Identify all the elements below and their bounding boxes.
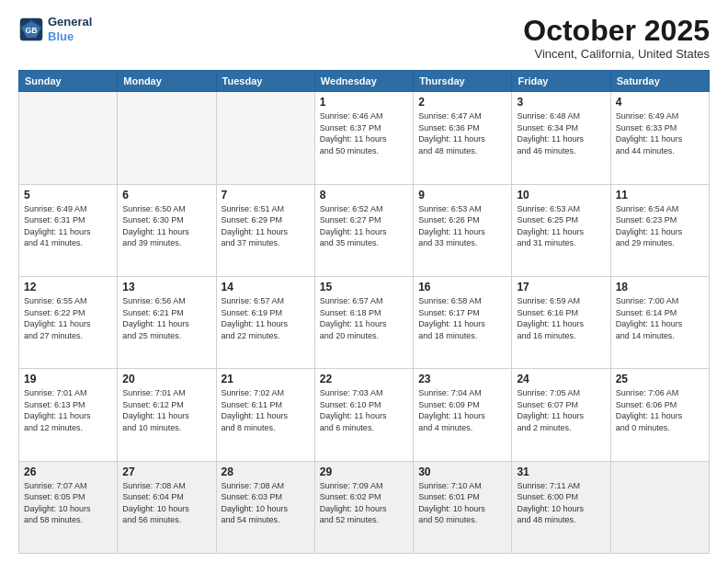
day-info: Sunrise: 6:52 AMSunset: 6:27 PMDaylight:… [320,203,408,249]
day-info: Sunrise: 6:48 AMSunset: 6:34 PMDaylight:… [517,110,605,156]
logo: GB General Blue [18,15,92,43]
day-number: 7 [222,189,310,201]
day-number: 1 [320,96,408,109]
calendar-cell: 11Sunrise: 6:54 AMSunset: 6:23 PMDayligh… [610,184,709,276]
day-info: Sunrise: 6:54 AMSunset: 6:23 PMDaylight:… [616,203,704,249]
day-info: Sunrise: 6:50 AMSunset: 6:30 PMDaylight:… [122,203,210,249]
calendar-cell: 27Sunrise: 7:08 AMSunset: 6:04 PMDayligh… [118,461,216,553]
day-number: 4 [616,96,704,109]
day-info: Sunrise: 6:56 AMSunset: 6:21 PMDaylight:… [122,295,210,341]
calendar-cell: 29Sunrise: 7:09 AMSunset: 6:02 PMDayligh… [314,461,413,553]
month-title: October 2025 [523,15,710,47]
calendar-cell: 7Sunrise: 6:51 AMSunset: 6:29 PMDaylight… [216,184,314,276]
calendar-cell: 28Sunrise: 7:08 AMSunset: 6:03 PMDayligh… [216,461,314,553]
day-number: 13 [122,281,210,293]
day-info: Sunrise: 7:05 AMSunset: 6:07 PMDaylight:… [517,387,605,433]
weekday-header-saturday: Saturday [610,71,709,92]
calendar-cell [118,92,216,184]
calendar-cell [216,92,314,184]
calendar-cell: 16Sunrise: 6:58 AMSunset: 6:17 PMDayligh… [414,276,512,368]
day-info: Sunrise: 6:46 AMSunset: 6:37 PMDaylight:… [320,110,408,156]
day-info: Sunrise: 7:02 AMSunset: 6:11 PMDaylight:… [222,387,310,433]
calendar-cell: 21Sunrise: 7:02 AMSunset: 6:11 PMDayligh… [216,369,314,461]
day-info: Sunrise: 7:09 AMSunset: 6:02 PMDaylight:… [320,480,408,526]
calendar-cell [19,92,118,184]
day-info: Sunrise: 6:59 AMSunset: 6:16 PMDaylight:… [517,295,605,341]
calendar-cell: 3Sunrise: 6:48 AMSunset: 6:34 PMDaylight… [512,92,610,184]
day-info: Sunrise: 7:00 AMSunset: 6:14 PMDaylight:… [616,295,704,341]
day-number: 3 [517,96,605,109]
day-info: Sunrise: 7:07 AMSunset: 6:05 PMDaylight:… [24,480,112,526]
day-info: Sunrise: 7:01 AMSunset: 6:12 PMDaylight:… [122,387,210,433]
calendar-cell: 6Sunrise: 6:50 AMSunset: 6:30 PMDaylight… [118,184,216,276]
day-number: 30 [418,465,506,478]
day-info: Sunrise: 6:55 AMSunset: 6:22 PMDaylight:… [24,295,112,341]
calendar-table: SundayMondayTuesdayWednesdayThursdayFrid… [18,70,710,554]
week-row-2: 5Sunrise: 6:49 AMSunset: 6:31 PMDaylight… [19,184,710,276]
calendar-cell: 30Sunrise: 7:10 AMSunset: 6:01 PMDayligh… [414,461,512,553]
calendar-cell: 15Sunrise: 6:57 AMSunset: 6:18 PMDayligh… [314,276,413,368]
weekday-header-wednesday: Wednesday [314,71,413,92]
calendar-cell: 4Sunrise: 6:49 AMSunset: 6:33 PMDaylight… [610,92,709,184]
weekday-header-row: SundayMondayTuesdayWednesdayThursdayFrid… [19,71,710,92]
day-number: 24 [517,373,605,385]
day-info: Sunrise: 6:51 AMSunset: 6:29 PMDaylight:… [222,203,310,249]
day-number: 15 [320,281,408,293]
day-info: Sunrise: 7:10 AMSunset: 6:01 PMDaylight:… [418,480,506,526]
day-info: Sunrise: 7:06 AMSunset: 6:06 PMDaylight:… [616,387,704,433]
location: Vincent, California, United States [523,47,710,61]
weekday-header-friday: Friday [512,71,610,92]
calendar-cell [610,461,709,553]
logo-line2: Blue [48,29,92,44]
day-info: Sunrise: 6:53 AMSunset: 6:26 PMDaylight:… [418,203,506,249]
day-number: 17 [517,281,605,293]
calendar-cell: 20Sunrise: 7:01 AMSunset: 6:12 PMDayligh… [118,369,216,461]
day-number: 8 [320,189,408,201]
day-number: 31 [517,465,605,478]
header-right: October 2025 Vincent, California, United… [523,15,710,61]
day-info: Sunrise: 6:53 AMSunset: 6:25 PMDaylight:… [517,203,605,249]
calendar-cell: 13Sunrise: 6:56 AMSunset: 6:21 PMDayligh… [118,276,216,368]
week-row-4: 19Sunrise: 7:01 AMSunset: 6:13 PMDayligh… [19,369,710,461]
day-number: 20 [122,373,210,385]
calendar-cell: 25Sunrise: 7:06 AMSunset: 6:06 PMDayligh… [610,369,709,461]
logo-icon: GB [18,17,44,42]
day-number: 11 [616,189,704,201]
page: GB General Blue October 2025 Vincent, Ca… [0,0,728,563]
logo-line1: General [48,15,92,29]
calendar-cell: 26Sunrise: 7:07 AMSunset: 6:05 PMDayligh… [19,461,118,553]
calendar-cell: 12Sunrise: 6:55 AMSunset: 6:22 PMDayligh… [19,276,118,368]
day-info: Sunrise: 7:08 AMSunset: 6:03 PMDaylight:… [222,480,310,526]
day-info: Sunrise: 6:58 AMSunset: 6:17 PMDaylight:… [418,295,506,341]
day-number: 16 [418,281,506,293]
calendar-cell: 9Sunrise: 6:53 AMSunset: 6:26 PMDaylight… [414,184,512,276]
calendar-cell: 2Sunrise: 6:47 AMSunset: 6:36 PMDaylight… [414,92,512,184]
week-row-5: 26Sunrise: 7:07 AMSunset: 6:05 PMDayligh… [19,461,710,553]
calendar-cell: 1Sunrise: 6:46 AMSunset: 6:37 PMDaylight… [314,92,413,184]
day-number: 12 [24,281,112,293]
day-info: Sunrise: 6:49 AMSunset: 6:31 PMDaylight:… [24,203,112,249]
day-number: 6 [122,189,210,201]
calendar-cell: 24Sunrise: 7:05 AMSunset: 6:07 PMDayligh… [512,369,610,461]
day-info: Sunrise: 6:57 AMSunset: 6:18 PMDaylight:… [320,295,408,341]
calendar-cell: 14Sunrise: 6:57 AMSunset: 6:19 PMDayligh… [216,276,314,368]
day-number: 9 [418,189,506,201]
calendar-cell: 18Sunrise: 7:00 AMSunset: 6:14 PMDayligh… [610,276,709,368]
day-info: Sunrise: 7:08 AMSunset: 6:04 PMDaylight:… [122,480,210,526]
calendar-cell: 10Sunrise: 6:53 AMSunset: 6:25 PMDayligh… [512,184,610,276]
weekday-header-sunday: Sunday [19,71,118,92]
day-number: 5 [24,189,112,201]
day-number: 25 [616,373,704,385]
day-number: 21 [222,373,310,385]
day-number: 22 [320,373,408,385]
day-number: 26 [24,465,112,478]
day-info: Sunrise: 6:57 AMSunset: 6:19 PMDaylight:… [222,295,310,341]
header: GB General Blue October 2025 Vincent, Ca… [18,15,710,61]
calendar-cell: 8Sunrise: 6:52 AMSunset: 6:27 PMDaylight… [314,184,413,276]
week-row-1: 1Sunrise: 6:46 AMSunset: 6:37 PMDaylight… [19,92,710,184]
day-number: 19 [24,373,112,385]
calendar-cell: 5Sunrise: 6:49 AMSunset: 6:31 PMDaylight… [19,184,118,276]
calendar-cell: 17Sunrise: 6:59 AMSunset: 6:16 PMDayligh… [512,276,610,368]
day-number: 14 [222,281,310,293]
day-number: 2 [418,96,506,109]
